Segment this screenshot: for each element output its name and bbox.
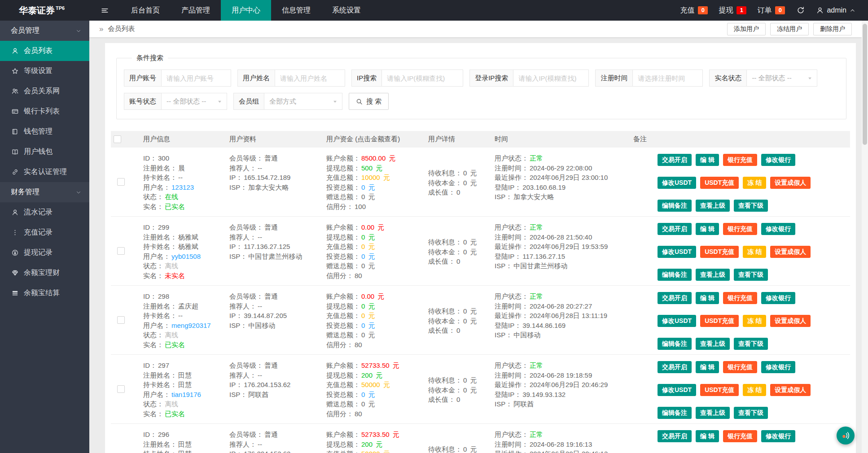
brand-badge: TP6 xyxy=(56,5,65,11)
action-button[interactable]: 冻 结 xyxy=(743,384,766,396)
search-field-select[interactable]: -- 全部状态 -- xyxy=(162,93,227,110)
row-checkbox[interactable] xyxy=(117,316,125,324)
action-button[interactable]: 修改USDT xyxy=(658,315,696,327)
action-button[interactable]: 修改银行 xyxy=(761,430,795,442)
topbar-stat-1[interactable]: 提现1 xyxy=(719,6,746,15)
sidebar-group-0[interactable]: 会员管理 xyxy=(0,21,89,41)
action-button[interactable]: 编辑备注 xyxy=(658,269,692,281)
action-button[interactable]: 编 辑 xyxy=(696,223,719,235)
sidebar-item-1-0[interactable]: 流水记录 xyxy=(0,202,89,222)
sidebar-item-1-3[interactable]: 余额宝理财 xyxy=(0,263,89,283)
action-button[interactable]: USDT充值 xyxy=(700,384,739,396)
action-button[interactable]: 设置成假人 xyxy=(770,177,811,189)
action-button[interactable]: 查看下级 xyxy=(734,338,768,350)
action-button[interactable]: 编 辑 xyxy=(696,361,719,373)
sidebar-item-0-0[interactable]: 会员列表 xyxy=(0,41,89,61)
page-action-button-2[interactable]: 删除用户 xyxy=(813,23,852,35)
page-action-button-1[interactable]: 冻结用户 xyxy=(770,23,809,35)
sidebar-item-0-2[interactable]: 会员关系网 xyxy=(0,81,89,101)
action-button[interactable]: 编 辑 xyxy=(696,154,719,166)
sidebar-item-0-1[interactable]: 等级设置 xyxy=(0,61,89,81)
top-tab-3[interactable]: 信息管理 xyxy=(271,0,321,21)
sidebar-item-1-1[interactable]: 充值记录 xyxy=(0,222,89,243)
action-button[interactable]: 查看下级 xyxy=(734,200,768,212)
action-button[interactable]: 查看下级 xyxy=(734,407,768,419)
action-button[interactable]: USDT充值 xyxy=(700,315,739,327)
action-button[interactable]: USDT充值 xyxy=(700,246,739,258)
search-field-input[interactable] xyxy=(633,70,703,87)
action-button[interactable]: 修改银行 xyxy=(761,154,795,166)
user-menu[interactable]: admin xyxy=(816,6,855,14)
floating-theme-button[interactable] xyxy=(837,427,855,444)
username-link[interactable]: 123123 xyxy=(171,183,194,191)
topbar-stat-2[interactable]: 订单0 xyxy=(757,6,785,15)
action-button[interactable]: 编辑备注 xyxy=(658,338,692,350)
currency-unit: 元 xyxy=(376,223,384,231)
sidebar-item-0-3[interactable]: 银行卡列表 xyxy=(0,101,89,122)
action-button[interactable]: 交易开启 xyxy=(658,361,692,373)
search-field-input[interactable] xyxy=(275,70,345,87)
row-checkbox[interactable] xyxy=(117,385,125,393)
action-button[interactable]: 交易开启 xyxy=(658,154,692,166)
action-button[interactable]: 银行充值 xyxy=(723,292,757,304)
top-tab-4[interactable]: 系统设置 xyxy=(321,0,372,21)
row-line: 会员等级：普通 xyxy=(229,153,323,163)
action-button[interactable]: 交易开启 xyxy=(658,292,692,304)
page-action-button-0[interactable]: 添加用户 xyxy=(727,23,766,35)
action-button[interactable]: 修改USDT xyxy=(658,246,696,258)
refresh-icon[interactable] xyxy=(797,6,805,14)
action-button[interactable]: 冻 结 xyxy=(743,177,766,189)
sidebar-group-1[interactable]: 财务管理 xyxy=(0,182,89,202)
username-link[interactable]: tian19176 xyxy=(171,391,201,398)
action-button[interactable]: 编辑备注 xyxy=(658,200,692,212)
search-field-input[interactable] xyxy=(162,70,231,87)
row-line: 用户名：meng920317 xyxy=(143,321,226,331)
search-field-input[interactable] xyxy=(382,70,463,87)
scrollbar-thumb[interactable] xyxy=(863,24,867,145)
action-button[interactable]: 查看上级 xyxy=(696,407,730,419)
sidebar-item-0-5[interactable]: 用户钱包 xyxy=(0,142,89,162)
row-checkbox[interactable] xyxy=(117,247,125,255)
action-button[interactable]: USDT充值 xyxy=(700,177,739,189)
action-button[interactable]: 查看上级 xyxy=(696,200,730,212)
menu-icon[interactable] xyxy=(101,7,109,14)
action-button[interactable]: 编 辑 xyxy=(696,430,719,442)
action-button[interactable]: 修改USDT xyxy=(658,384,696,396)
top-tab-2[interactable]: 用户中心 xyxy=(221,0,271,21)
action-button[interactable]: 冻 结 xyxy=(743,246,766,258)
action-button[interactable]: 查看上级 xyxy=(696,269,730,281)
sidebar-item-1-4[interactable]: 余额宝结算 xyxy=(0,283,89,303)
select-all-checkbox[interactable] xyxy=(114,135,121,143)
action-button[interactable]: 银行充值 xyxy=(723,154,757,166)
sidebar-item-0-6[interactable]: 实名认证管理 xyxy=(0,162,89,182)
action-button[interactable]: 修改USDT xyxy=(658,177,696,189)
action-button[interactable]: 查看上级 xyxy=(696,338,730,350)
username-link[interactable]: yyb01508 xyxy=(171,253,201,260)
action-button[interactable]: 交易开启 xyxy=(658,430,692,442)
action-button[interactable]: 银行充值 xyxy=(723,223,757,235)
top-tab-1[interactable]: 产品管理 xyxy=(171,0,221,21)
action-button[interactable]: 修改银行 xyxy=(761,223,795,235)
action-button[interactable]: 设置成假人 xyxy=(770,246,811,258)
action-button[interactable]: 银行充值 xyxy=(723,430,757,442)
action-button[interactable]: 编辑备注 xyxy=(658,407,692,419)
action-button[interactable]: 设置成假人 xyxy=(770,315,811,327)
action-button[interactable]: 设置成假人 xyxy=(770,384,811,396)
username-link[interactable]: meng920317 xyxy=(171,322,211,329)
sidebar-item-1-2[interactable]: 提现记录 xyxy=(0,243,89,263)
action-button[interactable]: 银行充值 xyxy=(723,361,757,373)
search-field-select[interactable]: 全部方式 xyxy=(264,93,342,110)
row-checkbox[interactable] xyxy=(117,178,125,186)
sidebar-item-0-4[interactable]: 钱包管理 xyxy=(0,122,89,142)
action-button[interactable]: 修改银行 xyxy=(761,292,795,304)
action-button[interactable]: 交易开启 xyxy=(658,223,692,235)
topbar-stat-0[interactable]: 充值0 xyxy=(680,6,708,15)
search-button[interactable]: 搜 索 xyxy=(349,93,389,110)
action-button[interactable]: 编 辑 xyxy=(696,292,719,304)
search-field-input[interactable] xyxy=(513,70,589,87)
search-field-select[interactable]: -- 全部状态 -- xyxy=(747,70,817,87)
action-button[interactable]: 冻 结 xyxy=(743,315,766,327)
action-button[interactable]: 查看下级 xyxy=(734,269,768,281)
top-tab-0[interactable]: 后台首页 xyxy=(120,0,171,21)
action-button[interactable]: 修改银行 xyxy=(761,361,795,373)
